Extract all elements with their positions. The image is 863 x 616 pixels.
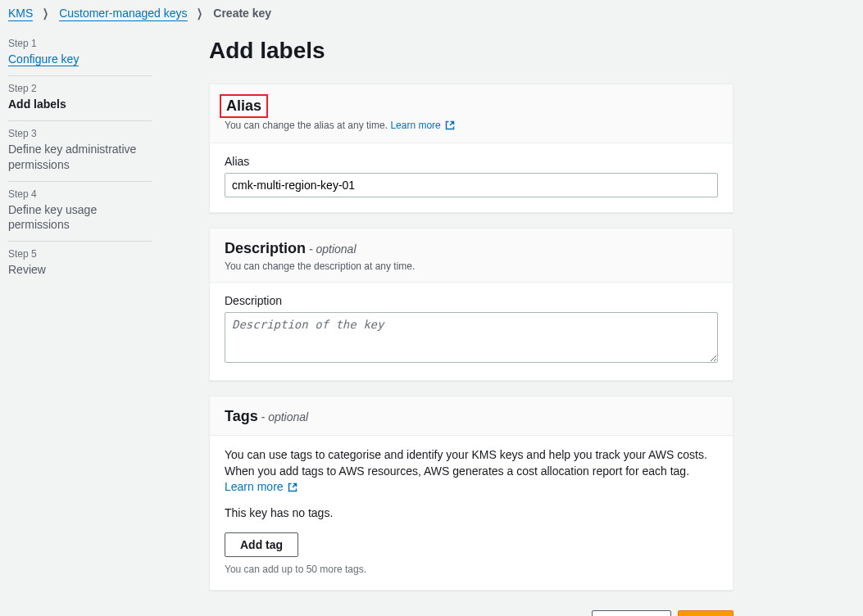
description-textarea[interactable] bbox=[225, 312, 718, 363]
description-panel: Description - optional You can change th… bbox=[209, 228, 734, 381]
next-button[interactable]: Next bbox=[678, 610, 734, 616]
tags-body-text: You can use tags to categorise and ident… bbox=[225, 448, 707, 478]
external-link-icon bbox=[288, 481, 298, 497]
tags-no-tags: This key has no tags. bbox=[225, 505, 718, 522]
alias-panel: Alias You can change the alias at any ti… bbox=[209, 84, 734, 213]
chevron-right-icon: ❯ bbox=[198, 7, 203, 20]
description-sub: You can change the description at any ti… bbox=[225, 260, 718, 272]
cancel-button[interactable]: Cancel bbox=[518, 611, 585, 616]
alias-highlight-box: Alias bbox=[220, 94, 268, 118]
sidebar-step-3: Step 3 Define key administrative permiss… bbox=[8, 121, 152, 181]
optional-tag: - optional bbox=[309, 242, 357, 256]
chevron-right-icon: ❯ bbox=[43, 7, 49, 20]
alias-sub: You can change the alias at any time. bbox=[225, 120, 388, 131]
previous-button[interactable]: Previous bbox=[592, 610, 671, 616]
alias-learn-more-link[interactable]: Learn more bbox=[390, 120, 455, 131]
breadcrumb-parent[interactable]: Customer-managed keys bbox=[59, 7, 187, 21]
sidebar-step-1[interactable]: Step 1 Configure key bbox=[8, 31, 152, 76]
page-title: Add labels bbox=[209, 38, 734, 64]
wizard-buttons: Cancel Previous Next bbox=[209, 605, 734, 616]
sidebar-step-4: Step 4 Define key usage permissions bbox=[8, 182, 152, 242]
breadcrumb: KMS ❯ Customer-managed keys ❯ Create key bbox=[0, 0, 863, 23]
tags-panel: Tags - optional You can use tags to cate… bbox=[209, 396, 734, 591]
breadcrumb-current: Create key bbox=[213, 7, 271, 20]
description-heading: Description bbox=[225, 240, 306, 256]
description-field-label: Description bbox=[225, 294, 718, 307]
external-link-icon bbox=[445, 120, 455, 133]
alias-heading: Alias bbox=[226, 97, 261, 114]
optional-tag: - optional bbox=[261, 410, 309, 424]
tags-heading: Tags bbox=[225, 408, 258, 424]
add-tag-button[interactable]: Add tag bbox=[225, 532, 298, 557]
alias-input[interactable] bbox=[225, 173, 718, 197]
sidebar-step-5: Step 5 Review bbox=[8, 242, 152, 286]
wizard-sidebar: Step 1 Configure key Step 2 Add labels S… bbox=[8, 31, 160, 286]
breadcrumb-root[interactable]: KMS bbox=[8, 7, 33, 21]
alias-field-label: Alias bbox=[225, 155, 718, 168]
tags-limit: You can add up to 50 more tags. bbox=[225, 564, 718, 575]
sidebar-step-2: Step 2 Add labels bbox=[8, 76, 152, 121]
tags-learn-more-link[interactable]: Learn more bbox=[225, 480, 298, 493]
